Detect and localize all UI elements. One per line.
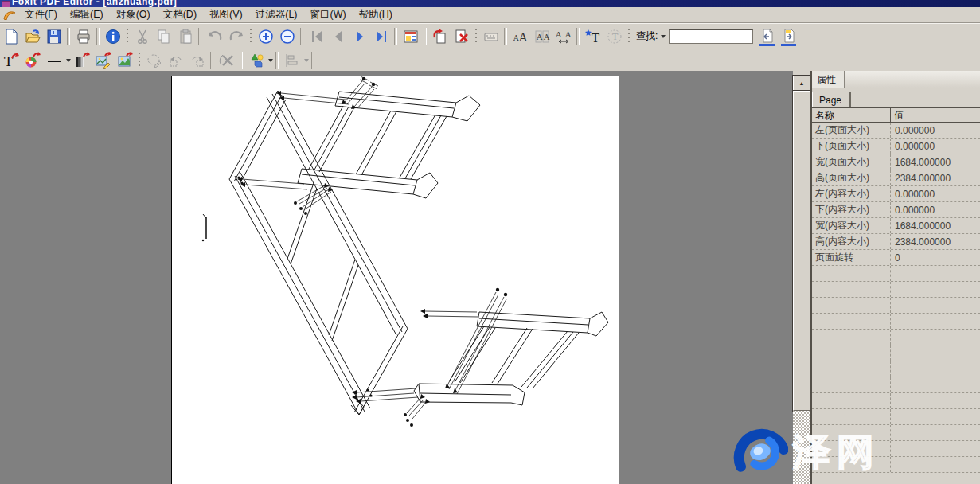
previous-page-button[interactable] — [327, 26, 349, 47]
property-value[interactable]: 1684.000000 — [891, 221, 980, 232]
workspace: ▲ 属性 Page 名称 值 左(页面大小)0.000000 下(页面大小)0.… — [0, 71, 980, 484]
align-button[interactable] — [281, 50, 303, 71]
property-name: 下(内容大小) — [812, 202, 891, 217]
property-value[interactable]: 0.000000 — [891, 125, 980, 136]
add-text-button[interactable]: T — [582, 26, 603, 47]
zoom-out-button[interactable] — [276, 26, 298, 47]
property-value[interactable]: 0 — [891, 252, 980, 263]
pdf-page[interactable] — [171, 76, 619, 484]
menu-view[interactable]: 视图(V) — [203, 7, 249, 22]
table-row[interactable]: 高(内容大小)2384.000000 — [812, 234, 980, 250]
menu-help[interactable]: 帮助(H) — [353, 7, 399, 22]
table-row[interactable]: 左(页面大小)0.000000 — [812, 123, 980, 139]
panel-tabs: Page — [812, 88, 980, 107]
cut-button[interactable] — [131, 26, 153, 47]
replace-image-button[interactable] — [114, 50, 135, 71]
table-row[interactable]: 左(内容大小)0.000000 — [812, 186, 980, 202]
table-row[interactable]: 下(页面大小)0.000000 — [812, 139, 980, 154]
tab-page[interactable]: Page — [812, 92, 851, 107]
redo-button[interactable] — [225, 26, 247, 47]
paste-button[interactable] — [174, 26, 196, 47]
font-size-pair-button[interactable]: AA — [531, 26, 552, 47]
document-info-button[interactable] — [102, 26, 123, 47]
find-dropdown-caret[interactable] — [661, 35, 666, 38]
application-window: Foxit PDF Editor - [anzhuang.pdf] 文件(F) … — [0, 0, 980, 484]
zoom-in-button[interactable] — [255, 26, 276, 47]
property-value[interactable]: 2384.000000 — [891, 236, 980, 248]
open-button[interactable] — [21, 26, 43, 47]
table-row[interactable]: 页面旋转0 — [812, 250, 980, 266]
circled-text-button[interactable]: T — [603, 26, 625, 47]
svg-text:A: A — [543, 33, 550, 41]
property-value[interactable]: 0.000000 — [891, 141, 980, 152]
menu-bar: 文件(F) 编辑(E) 对象(O) 文档(D) 视图(V) 过滤器(L) 窗口(… — [0, 7, 980, 23]
menu-document[interactable]: 文档(D) — [157, 7, 203, 22]
find-label: 查找: — [636, 29, 658, 43]
menu-filter[interactable]: 过滤器(L) — [249, 7, 304, 22]
object-toolbar: T — [0, 49, 980, 72]
toolbar-grip — [127, 29, 128, 45]
shapes-button[interactable] — [245, 50, 267, 71]
column-header-value: 值 — [891, 108, 980, 122]
table-row[interactable]: 下(内容大小)0.000000 — [812, 202, 980, 218]
properties-table: 名称 值 左(页面大小)0.000000 下(页面大小)0.000000 宽(页… — [812, 107, 980, 473]
find-previous-button[interactable] — [756, 26, 778, 47]
panel-title: 属性 — [812, 71, 845, 88]
edit-text-button[interactable]: T — [0, 50, 21, 71]
gradient-fill-button[interactable] — [71, 50, 92, 71]
save-button[interactable] — [43, 26, 64, 47]
property-value[interactable]: 0.000000 — [891, 205, 980, 216]
scrollbar-thumb[interactable] — [793, 91, 810, 411]
lasso-select-button[interactable] — [143, 50, 165, 71]
toolbar-grip — [628, 29, 630, 45]
font-size-small-large-button[interactable]: AA — [510, 26, 531, 47]
menu-edit[interactable]: 编辑(E) — [64, 7, 110, 22]
empty-row — [812, 377, 980, 393]
align-caret[interactable] — [304, 59, 309, 62]
title-bar[interactable]: Foxit PDF Editor - [anzhuang.pdf] — [0, 0, 980, 7]
property-value[interactable]: 1684.000000 — [891, 157, 980, 168]
menu-file[interactable]: 文件(F) — [18, 7, 64, 22]
empty-row — [812, 298, 980, 314]
app-icon — [2, 1, 10, 7]
rotate-selection-right-button[interactable] — [186, 50, 208, 71]
delete-selection-button[interactable] — [216, 50, 237, 71]
table-row[interactable]: 高(页面大小)2384.000000 — [812, 170, 980, 186]
next-page-button[interactable] — [349, 26, 370, 47]
undo-button[interactable] — [204, 26, 225, 47]
table-row[interactable]: 宽(内容大小)1684.000000 — [812, 218, 980, 234]
last-page-button[interactable] — [370, 26, 392, 47]
property-value[interactable]: 0.000000 — [891, 189, 980, 200]
first-page-button[interactable] — [306, 26, 327, 47]
find-input[interactable] — [669, 29, 753, 44]
edit-image-button[interactable] — [92, 50, 114, 71]
toolbar-grip — [250, 29, 252, 45]
vertical-scrollbar[interactable]: ▲ — [793, 71, 810, 484]
new-document-button[interactable] — [0, 26, 21, 47]
find-next-button[interactable] — [778, 26, 799, 47]
separator — [424, 28, 427, 45]
shapes-caret[interactable] — [268, 59, 273, 62]
print-button[interactable] — [72, 26, 94, 47]
char-spacing-button[interactable]: AA — [552, 26, 574, 47]
rotate-page-button[interactable] — [429, 26, 451, 47]
rotate-selection-left-button[interactable] — [165, 50, 186, 71]
page-layout-button[interactable] — [400, 26, 421, 47]
empty-row — [812, 282, 980, 298]
menu-window[interactable]: 窗口(W) — [304, 7, 353, 22]
scrollbar-track[interactable] — [793, 411, 810, 484]
property-name: 高(内容大小) — [812, 234, 891, 249]
keyboard-button[interactable] — [480, 26, 502, 47]
table-row[interactable]: 宽(页面大小)1684.000000 — [812, 154, 980, 170]
hot-indicator — [759, 44, 775, 46]
document-canvas[interactable] — [0, 71, 793, 484]
delete-page-button[interactable] — [451, 26, 472, 47]
line-width-button[interactable] — [43, 50, 64, 71]
scroll-up-button[interactable]: ▲ — [793, 76, 810, 91]
up-arrow-icon: ▲ — [799, 80, 805, 86]
edit-color-button[interactable] — [21, 50, 43, 71]
property-value[interactable]: 2384.000000 — [891, 173, 980, 184]
menu-object[interactable]: 对象(O) — [110, 7, 157, 22]
copy-button[interactable] — [153, 26, 174, 47]
empty-row — [812, 361, 980, 377]
